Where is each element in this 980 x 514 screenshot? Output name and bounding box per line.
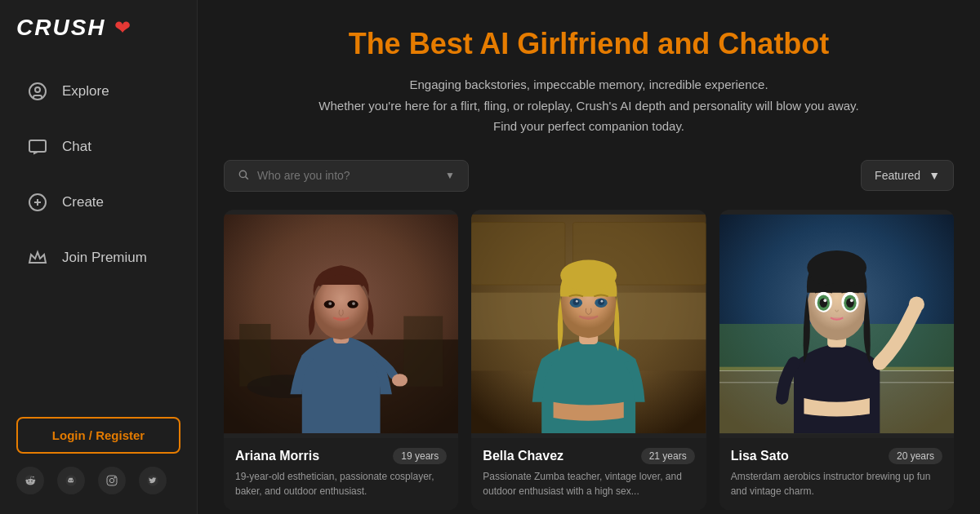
svg-point-21 bbox=[314, 277, 368, 339]
sidebar-item-premium[interactable]: Join Premium bbox=[7, 232, 190, 284]
sidebar-item-premium-label: Join Premium bbox=[62, 250, 147, 266]
sidebar-item-chat[interactable]: Chat bbox=[7, 121, 190, 173]
card-bella-desc: Passionate Zumba teacher, vintage lover,… bbox=[483, 469, 694, 498]
sidebar-item-explore[interactable]: Explore bbox=[7, 65, 190, 117]
main-content: The Best AI Girlfriend and Chatbot Engag… bbox=[198, 0, 980, 514]
crown-icon bbox=[26, 246, 49, 269]
search-icon bbox=[238, 169, 249, 183]
card-ariana-image bbox=[224, 210, 458, 438]
svg-point-40 bbox=[601, 299, 604, 302]
svg-rect-2 bbox=[29, 140, 46, 152]
logo-heart: ❤ bbox=[114, 16, 131, 39]
hero-line2: Whether you're here for a flirt, fling, … bbox=[224, 95, 954, 117]
social-icons-group bbox=[16, 467, 180, 494]
filter-dropdown[interactable]: Featured ▼ bbox=[861, 160, 954, 191]
svg-point-56 bbox=[823, 299, 826, 302]
svg-point-46 bbox=[908, 296, 924, 312]
create-icon bbox=[26, 191, 49, 214]
card-lisa-age: 20 years bbox=[889, 448, 942, 464]
hero-line3: Find your perfect companion today. bbox=[224, 116, 954, 137]
sidebar: CRUSH ❤ Explore Chat bbox=[0, 0, 198, 514]
logo-text: CRUSH bbox=[16, 15, 106, 41]
filter-label: Featured bbox=[875, 169, 920, 182]
card-bella-header: Bella Chavez 21 years bbox=[483, 448, 694, 464]
hero-section: The Best AI Girlfriend and Chatbot Engag… bbox=[224, 26, 954, 137]
card-lisa-desc: Amsterdam aerobics instructor brewing up… bbox=[731, 469, 942, 498]
cards-grid: Ariana Morris 19 years 19-year-old esthe… bbox=[224, 210, 954, 510]
card-bella[interactable]: Bella Chavez 21 years Passionate Zumba t… bbox=[471, 210, 706, 510]
svg-point-34 bbox=[561, 259, 617, 290]
hero-line1: Engaging backstories, impeccable memory,… bbox=[224, 74, 954, 95]
card-lisa-name: Lisa Sato bbox=[731, 449, 789, 463]
svg-point-39 bbox=[576, 299, 578, 302]
sidebar-bottom: Login / Register bbox=[0, 404, 197, 514]
search-box[interactable]: ▼ bbox=[224, 160, 469, 192]
filter-chevron-icon: ▼ bbox=[929, 169, 940, 182]
card-bella-age: 21 years bbox=[641, 448, 695, 464]
svg-point-1 bbox=[35, 87, 40, 92]
sidebar-item-explore-label: Explore bbox=[62, 83, 109, 100]
discord-icon[interactable] bbox=[57, 467, 85, 494]
svg-point-13 bbox=[239, 171, 246, 177]
svg-rect-18 bbox=[403, 316, 443, 386]
login-register-button[interactable]: Login / Register bbox=[16, 417, 180, 454]
svg-rect-30 bbox=[471, 222, 565, 285]
sidebar-item-create[interactable]: Create bbox=[7, 176, 190, 228]
svg-point-25 bbox=[352, 302, 355, 305]
reddit-icon[interactable] bbox=[16, 467, 44, 494]
card-bella-image bbox=[471, 210, 706, 438]
svg-point-57 bbox=[850, 299, 853, 302]
card-ariana[interactable]: Ariana Morris 19 years 19-year-old esthe… bbox=[224, 210, 458, 510]
svg-line-14 bbox=[246, 176, 248, 179]
explore-icon bbox=[26, 80, 49, 103]
twitter-icon[interactable] bbox=[139, 467, 167, 494]
instagram-icon[interactable] bbox=[98, 467, 126, 494]
card-ariana-header: Ariana Morris 19 years bbox=[235, 448, 447, 464]
card-ariana-age: 19 years bbox=[393, 448, 447, 464]
hero-title: The Best AI Girlfriend and Chatbot bbox=[224, 26, 954, 61]
card-ariana-name: Ariana Morris bbox=[235, 449, 319, 463]
card-lisa-image bbox=[719, 210, 954, 438]
card-bella-info: Bella Chavez 21 years Passionate Zumba t… bbox=[471, 438, 706, 510]
svg-point-11 bbox=[114, 477, 115, 478]
svg-point-24 bbox=[328, 302, 332, 305]
card-lisa[interactable]: Lisa Sato 20 years Amsterdam aerobics in… bbox=[719, 210, 954, 510]
search-input[interactable] bbox=[257, 169, 437, 182]
card-lisa-header: Lisa Sato 20 years bbox=[731, 448, 942, 464]
sidebar-nav: Explore Chat Create bbox=[0, 55, 197, 404]
logo-area: CRUSH ❤ bbox=[0, 0, 197, 55]
card-bella-name: Bella Chavez bbox=[483, 449, 564, 463]
search-chevron-icon: ▼ bbox=[445, 170, 455, 181]
card-ariana-desc: 19-year-old esthetician, passionate cosp… bbox=[235, 469, 447, 498]
controls-bar: ▼ Featured ▼ bbox=[224, 160, 954, 192]
sidebar-item-chat-label: Chat bbox=[62, 139, 91, 155]
card-ariana-info: Ariana Morris 19 years 19-year-old esthe… bbox=[224, 438, 458, 510]
svg-point-26 bbox=[392, 374, 408, 386]
sidebar-item-create-label: Create bbox=[62, 194, 104, 210]
chat-icon bbox=[26, 135, 49, 158]
card-lisa-info: Lisa Sato 20 years Amsterdam aerobics in… bbox=[719, 438, 954, 510]
